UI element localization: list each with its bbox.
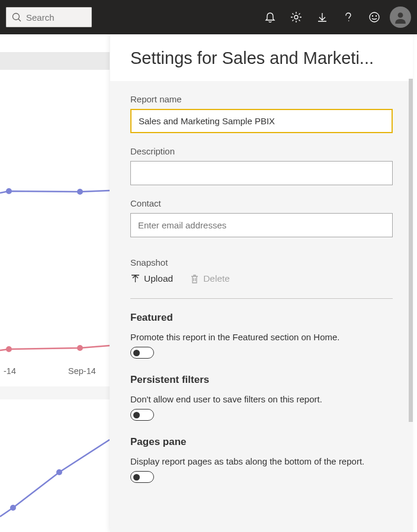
axis-label: -14 (4, 366, 16, 376)
upload-label: Upload (144, 273, 173, 284)
upload-button[interactable]: Upload (130, 273, 173, 284)
svg-point-11 (10, 505, 16, 511)
upload-icon (130, 274, 140, 284)
bg-chart-line-blue-1 (0, 153, 110, 224)
featured-section: Featured Promote this report in the Feat… (130, 312, 393, 359)
person-icon (394, 11, 407, 24)
svg-point-3 (370, 12, 379, 22)
panel-body: Report name Description Contact Snapshot… (110, 81, 413, 532)
download-button[interactable] (309, 0, 335, 34)
panel-header: Settings for Sales and Marketi... (110, 34, 413, 81)
pages-pane-section: Pages pane Display report pages as tabs … (130, 436, 393, 483)
filters-desc: Don't allow end user to save filters on … (130, 394, 393, 404)
bg-chart-line-red (0, 312, 110, 372)
contact-input[interactable] (130, 213, 393, 237)
filters-title: Persistent filters (130, 374, 393, 386)
search-input[interactable] (26, 12, 79, 22)
svg-point-8 (77, 189, 83, 195)
panel-title: Settings for Sales and Marketi... (130, 49, 393, 68)
settings-panel: Settings for Sales and Marketi... Report… (110, 34, 413, 532)
user-avatar[interactable] (390, 7, 411, 28)
search-box[interactable] (6, 7, 92, 27)
svg-point-5 (376, 16, 377, 17)
svg-point-12 (56, 469, 62, 475)
panel-scrollbar[interactable] (409, 79, 413, 422)
contact-field: Contact (130, 198, 393, 237)
delete-label: Delete (203, 273, 230, 284)
pages-toggle[interactable] (130, 471, 154, 483)
snapshot-label: Snapshot (130, 257, 393, 267)
divider (130, 298, 393, 299)
notifications-button[interactable] (257, 0, 283, 34)
description-input[interactable] (130, 161, 393, 185)
settings-button[interactable] (283, 0, 309, 34)
featured-title: Featured (130, 312, 393, 324)
featured-toggle[interactable] (130, 347, 154, 359)
svg-point-2 (294, 15, 298, 19)
report-name-field: Report name (130, 94, 393, 133)
axis-label: Sep-14 (68, 366, 96, 376)
trash-icon (190, 274, 200, 284)
snapshot-section: Snapshot Upload Delete (130, 257, 393, 284)
report-name-input[interactable] (130, 109, 393, 133)
svg-point-4 (373, 16, 373, 17)
top-bar (0, 0, 417, 34)
smiley-icon (368, 11, 380, 23)
help-button[interactable] (335, 0, 361, 34)
description-label: Description (130, 146, 393, 156)
delete-button: Delete (190, 273, 230, 284)
feedback-button[interactable] (361, 0, 387, 34)
gear-icon (290, 11, 302, 23)
filters-toggle[interactable] (130, 409, 154, 421)
search-icon (12, 12, 21, 22)
pages-desc: Display report pages as tabs along the b… (130, 456, 393, 466)
svg-point-10 (77, 345, 83, 351)
bell-icon (264, 11, 276, 23)
svg-point-9 (6, 346, 12, 352)
pages-title: Pages pane (130, 436, 393, 448)
featured-desc: Promote this report in the Featured sect… (130, 332, 393, 342)
svg-line-1 (18, 19, 21, 21)
bg-chart-line-blue-2 (0, 413, 110, 531)
description-field: Description (130, 146, 393, 185)
download-icon (316, 11, 328, 23)
bg-band (0, 52, 110, 70)
persistent-filters-section: Persistent filters Don't allow end user … (130, 374, 393, 421)
topbar-actions (257, 0, 411, 34)
contact-label: Contact (130, 198, 393, 208)
svg-point-6 (398, 12, 403, 18)
bg-band (0, 386, 110, 399)
svg-point-7 (6, 188, 12, 194)
svg-point-0 (13, 14, 20, 20)
report-name-label: Report name (130, 94, 393, 104)
question-icon (342, 11, 354, 23)
